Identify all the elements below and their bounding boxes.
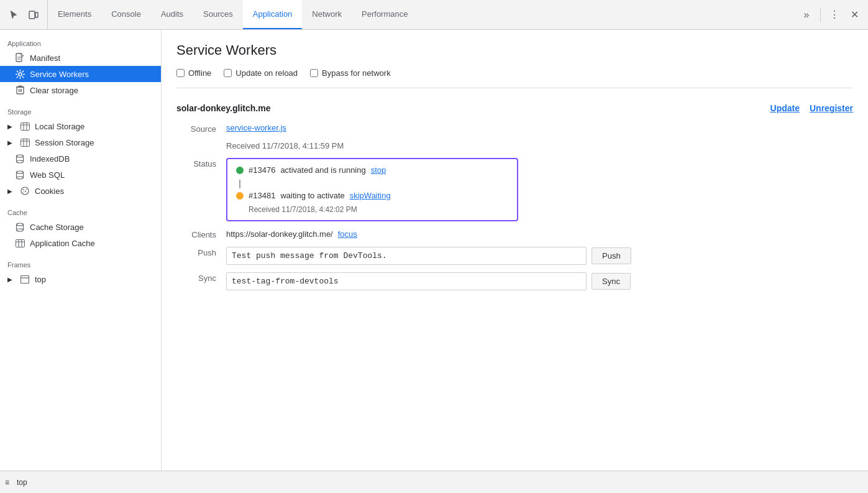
status-value: #13476 activated and is running stop #13…: [226, 158, 853, 221]
sidebar-item-session-storage[interactable]: ▶ Session Storage: [0, 134, 161, 150]
sidebar-item-local-storage[interactable]: ▶ Local Storage: [0, 118, 161, 134]
svg-point-29: [25, 191, 26, 192]
tab-console[interactable]: Console: [101, 0, 151, 29]
toolbar-end: » ⋮ ✕: [793, 6, 868, 24]
status-running-text: activated and is running: [280, 165, 365, 175]
table-icon: [20, 137, 30, 147]
sidebar-service-workers-label: Service Workers: [30, 70, 89, 79]
push-value: Push: [226, 247, 853, 265]
focus-link[interactable]: focus: [338, 229, 357, 239]
status-waiting-row: #13481 waiting to activate skipWaiting: [236, 191, 508, 200]
sidebar-cache-storage-label: Cache Storage: [30, 223, 84, 232]
cylinder-icon: [15, 154, 25, 164]
sidebar-item-app-cache[interactable]: Application Cache: [0, 235, 161, 251]
sidebar-item-cookies[interactable]: ▶ Cookies: [0, 183, 161, 199]
update-on-reload-label: Update on reload: [235, 68, 298, 78]
trash-icon: [15, 85, 25, 95]
content-title: Service Workers: [176, 42, 853, 58]
offline-label: Offline: [188, 68, 211, 78]
status-waiting-text: waiting to activate: [280, 191, 344, 200]
unregister-link[interactable]: Unregister: [810, 103, 853, 113]
svg-point-28: [23, 189, 24, 190]
bypass-for-network-option[interactable]: Bypass for network: [310, 68, 391, 78]
sidebar-item-indexeddb[interactable]: IndexedDB: [0, 150, 161, 167]
update-on-reload-checkbox[interactable]: [224, 69, 232, 77]
frame-icon: [20, 274, 30, 284]
tab-application[interactable]: Application: [243, 0, 303, 29]
offline-checkbox[interactable]: [176, 69, 185, 77]
svg-point-23: [17, 171, 24, 173]
sidebar-section-cache: Cache: [0, 204, 161, 219]
push-button[interactable]: Push: [592, 247, 631, 264]
sidebar-item-manifest[interactable]: Manifest: [0, 50, 161, 66]
svg-rect-0: [29, 11, 35, 19]
bypass-for-network-label: Bypass for network: [322, 68, 391, 78]
sync-button[interactable]: Sync: [592, 273, 631, 290]
prompt-arrow: ≡: [5, 478, 9, 487]
update-on-reload-option[interactable]: Update on reload: [224, 68, 298, 78]
svg-point-35: [17, 229, 24, 231]
device-toggle-icon[interactable]: [25, 6, 42, 24]
cursor-icon[interactable]: [5, 6, 22, 24]
sidebar-item-cache-storage[interactable]: Cache Storage: [0, 219, 161, 235]
sync-input[interactable]: [226, 272, 587, 290]
sidebar-cookies-label: Cookies: [35, 187, 64, 196]
frame-indicator: top: [17, 478, 27, 487]
update-link[interactable]: Update: [770, 103, 800, 113]
status-waiting-received: Received 11/7/2018, 4:42:02 PM: [236, 205, 508, 214]
received-value: Received 11/7/2018, 4:11:59 PM: [226, 141, 853, 150]
toolbar-tabs: Elements Console Audits Sources Applicat…: [48, 0, 793, 29]
sync-value: Sync: [226, 272, 853, 290]
info-grid: Source service-worker.js Received 11/7/2…: [176, 123, 853, 290]
menu-icon[interactable]: ⋮: [826, 6, 843, 24]
status-running-id: #13476: [249, 165, 275, 175]
sidebar-item-clear-storage[interactable]: Clear storage: [0, 82, 161, 98]
tab-elements[interactable]: Elements: [48, 0, 101, 29]
cookie-icon: [20, 186, 30, 196]
sidebar-item-top[interactable]: ▶ top: [0, 271, 161, 287]
console-prompt: ≡ top: [5, 478, 27, 487]
svg-rect-15: [21, 139, 29, 146]
tab-network[interactable]: Network: [302, 0, 352, 29]
status-running-dot: [236, 167, 244, 174]
sidebar-section-frames: Frames: [0, 256, 161, 271]
source-file-link[interactable]: service-worker.js: [226, 123, 286, 132]
status-box: #13476 activated and is running stop #13…: [226, 158, 518, 221]
push-row: Push: [226, 247, 853, 265]
sidebar-item-service-workers[interactable]: Service Workers: [0, 66, 161, 82]
svg-point-32: [17, 223, 24, 226]
more-tabs-icon[interactable]: »: [798, 6, 815, 24]
source-value: service-worker.js: [226, 123, 853, 134]
sw-domain-row: solar-donkey.glitch.me Update Unregister: [176, 103, 853, 113]
close-icon[interactable]: ✕: [846, 6, 863, 24]
svg-point-27: [21, 187, 29, 195]
sidebar-top-label: top: [35, 275, 46, 284]
stop-link[interactable]: stop: [371, 165, 386, 175]
sidebar: Application Manifest Service Workers: [0, 30, 162, 471]
sidebar-section-application: Application: [0, 35, 161, 50]
status-waiting-dot: [236, 192, 244, 200]
bypass-for-network-checkbox[interactable]: [310, 69, 318, 77]
sidebar-item-web-sql[interactable]: Web SQL: [0, 167, 161, 183]
clients-value: https://solar-donkey.glitch.me/ focus: [226, 229, 853, 239]
main-area: Application Manifest Service Workers: [0, 30, 868, 471]
tab-sources[interactable]: Sources: [193, 0, 243, 29]
sync-row: Sync: [226, 272, 853, 290]
push-label: Push: [176, 247, 226, 265]
toolbar: Elements Console Audits Sources Applicat…: [0, 0, 868, 30]
svg-point-31: [25, 189, 27, 190]
tab-performance[interactable]: Performance: [352, 0, 418, 29]
skip-waiting-link[interactable]: skipWaiting: [350, 191, 391, 200]
received-label: [176, 141, 226, 150]
status-running-row: #13476 activated and is running stop: [236, 165, 508, 175]
offline-option[interactable]: Offline: [176, 68, 211, 78]
sw-domain-name: solar-donkey.glitch.me: [176, 103, 270, 113]
tab-audits[interactable]: Audits: [151, 0, 193, 29]
table-icon: [15, 238, 25, 248]
push-input[interactable]: [226, 247, 587, 265]
svg-rect-36: [16, 239, 24, 247]
svg-point-30: [23, 191, 24, 193]
cylinder-icon: [15, 222, 25, 232]
sidebar-section-storage: Storage: [0, 103, 161, 118]
sidebar-app-cache-label: Application Cache: [30, 239, 95, 248]
